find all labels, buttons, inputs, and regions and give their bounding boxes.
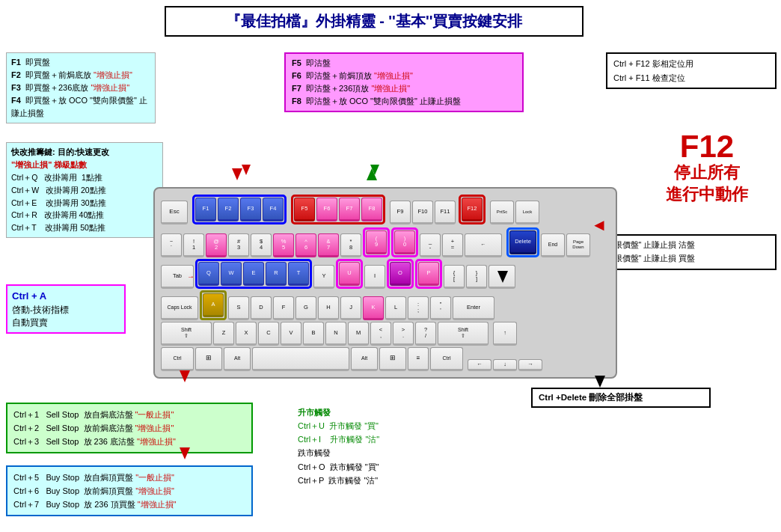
arrow-f1f4 (232, 168, 242, 180)
key-delete[interactable]: Delete (509, 230, 536, 254)
key-uparrow[interactable]: ↑ (493, 322, 517, 346)
key-lbracket[interactable]: {[ (444, 265, 465, 289)
key-backtick[interactable]: ~` (161, 233, 182, 257)
key-space[interactable] (252, 347, 349, 371)
key-period[interactable]: >. (393, 322, 414, 346)
key-lwin[interactable]: ⊞ (195, 347, 222, 371)
key-c[interactable]: C (258, 322, 279, 346)
arrow-buystop (180, 447, 190, 459)
key-lock[interactable]: Lock (515, 201, 539, 224)
key-menu[interactable]: ≡ (408, 347, 429, 371)
key-downarrow[interactable]: ↓ (493, 359, 517, 371)
key-1[interactable]: !1 (183, 233, 204, 257)
quickmod-annotation: 快改推籌鍵: 目的:快速更改 "增強止損" 梯級點數 Ctrl＋Q 改掛籌用 1… (6, 142, 163, 238)
ctrla-annotation: Ctrl + A 啓動-技術指標自動買賣 (6, 284, 126, 334)
key-e[interactable]: E (243, 262, 264, 286)
sellstop-annotation: Ctrl＋1 Sell Stop 放自焗底沽盤 "一般止損" Ctrl＋2 Se… (6, 403, 253, 453)
key-f11[interactable]: F11 (435, 201, 456, 224)
key-capslock[interactable]: Caps Lock (161, 296, 198, 320)
key-a[interactable]: A (203, 293, 224, 317)
key-f4[interactable]: F4 (263, 198, 284, 221)
key-rwin[interactable]: ⊞ (379, 347, 406, 371)
key-u[interactable]: U (339, 262, 360, 286)
key-f6[interactable]: F6 (316, 198, 337, 221)
key-d[interactable]: D (251, 296, 272, 320)
key-lshift[interactable]: Shift⇧ (161, 322, 212, 346)
key-rightarrow[interactable]: → (518, 359, 542, 371)
key-rbracket[interactable]: }] (466, 265, 487, 289)
key-m[interactable]: M (348, 322, 369, 346)
key-4[interactable]: $4 (251, 233, 272, 257)
key-ralt[interactable]: Alt (351, 347, 378, 371)
key-5[interactable]: %5 (273, 233, 294, 257)
key-9[interactable]: (9 (366, 230, 387, 254)
arrow-f5f8 (367, 168, 377, 180)
key-esc[interactable]: Esc (161, 201, 188, 224)
key-j[interactable]: J (340, 296, 361, 320)
key-semicolon[interactable]: :; (408, 296, 429, 320)
key-f12[interactable]: F12 (462, 198, 483, 221)
key-f5[interactable]: F5 (294, 198, 315, 221)
f5f8-annotation: F5 即沽盤 F6 即沽盤＋前焗頂放 "增強止損" F7 即沽盤＋236頂放 "… (284, 52, 524, 112)
key-lalt[interactable]: Alt (224, 347, 251, 371)
main-page: 『最佳拍檔』外掛精靈 - ''基本''買賣按鍵安排 F1 即買盤 F2 即買盤＋… (0, 0, 781, 532)
key-l[interactable]: L (385, 296, 406, 320)
key-pagedown[interactable]: PageDown (566, 233, 590, 257)
key-2[interactable]: @2 (206, 233, 227, 257)
buystop-annotation: Ctrl＋5 Buy Stop 放自焗頂買盤 "一般止損" Ctrl＋6 Buy… (6, 465, 253, 516)
key-6[interactable]: ^6 (295, 233, 316, 257)
key-o[interactable]: O (390, 262, 411, 286)
key-end[interactable]: End (541, 233, 565, 257)
key-3[interactable]: #3 (228, 233, 249, 257)
key-slash[interactable]: ?/ (415, 322, 436, 346)
key-v[interactable]: V (281, 322, 301, 346)
key-f[interactable]: F (273, 296, 294, 320)
key-7[interactable]: &7 (318, 233, 339, 257)
key-quote[interactable]: "' (430, 296, 451, 320)
key-f3[interactable]: F3 (240, 198, 261, 221)
key-lctrl[interactable]: Ctrl (161, 347, 194, 371)
key-q[interactable]: Q (198, 262, 219, 286)
key-g[interactable]: G (295, 296, 316, 320)
key-backspace[interactable]: ← (465, 233, 502, 257)
keyboard: Esc F1 F2 F3 F4 F5 F6 F7 F (153, 187, 617, 379)
key-h[interactable]: H (318, 296, 339, 320)
key-8[interactable]: *8 (340, 233, 361, 257)
key-y[interactable]: Y (313, 265, 334, 289)
key-f10[interactable]: F10 (412, 201, 433, 224)
key-tab[interactable]: Tab → (161, 265, 194, 289)
key-i[interactable]: I (364, 265, 385, 289)
key-f2[interactable]: F2 (218, 198, 239, 221)
key-f7[interactable]: F7 (339, 198, 360, 221)
key-enter[interactable]: Enter (453, 296, 494, 320)
key-comma[interactable]: <, (370, 322, 391, 346)
key-b[interactable]: B (303, 322, 324, 346)
key-n[interactable]: N (325, 322, 346, 346)
page-title: 『最佳拍檔』外掛精靈 - ''基本''買賣按鍵安排 (165, 6, 584, 37)
ctrlf12-annotation: Ctrl + F12 影相定位用 Ctrl + F11 檢查定位 (606, 52, 777, 89)
key-minus[interactable]: _- (420, 233, 441, 257)
key-0[interactable]: )0 (394, 230, 415, 254)
key-s[interactable]: S (228, 296, 249, 320)
key-f8[interactable]: F8 (361, 198, 382, 221)
key-rctrl[interactable]: Ctrl (430, 347, 463, 371)
trigger-annotation: 升市觸發 Ctrl＋U 升市觸發 "買" Ctrl＋I 升市觸發 "沽" 跌市觸… (292, 403, 494, 490)
key-rshift[interactable]: Shift⇧ (438, 322, 488, 346)
key-r[interactable]: R (266, 262, 287, 286)
key-f9[interactable]: F9 (390, 201, 411, 224)
key-leftarrow[interactable]: ← (468, 359, 491, 371)
key-z[interactable]: Z (213, 322, 234, 346)
key-f1[interactable]: F1 (195, 198, 216, 221)
ctrldel-annotation: Ctrl +Delete 刪除全部掛盤 (531, 388, 711, 408)
f12big-annotation: F12 停止所有進行中動作 (640, 131, 774, 205)
arrow-ctrldel (595, 376, 605, 388)
key-t[interactable]: T (288, 262, 309, 286)
key-prtsc[interactable]: PrtSc (490, 201, 514, 224)
arrow-f12: ◄ (591, 215, 607, 235)
key-k[interactable]: K (363, 296, 384, 320)
key-x[interactable]: X (236, 322, 257, 346)
key-w[interactable]: W (221, 262, 242, 286)
key-p[interactable]: P (418, 262, 439, 286)
key-equals[interactable]: += (442, 233, 463, 257)
f1f4-annotation: F1 即買盤 F2 即買盤＋前焗底放 "增強止損" F3 即買盤＋236底放 "… (6, 52, 156, 123)
